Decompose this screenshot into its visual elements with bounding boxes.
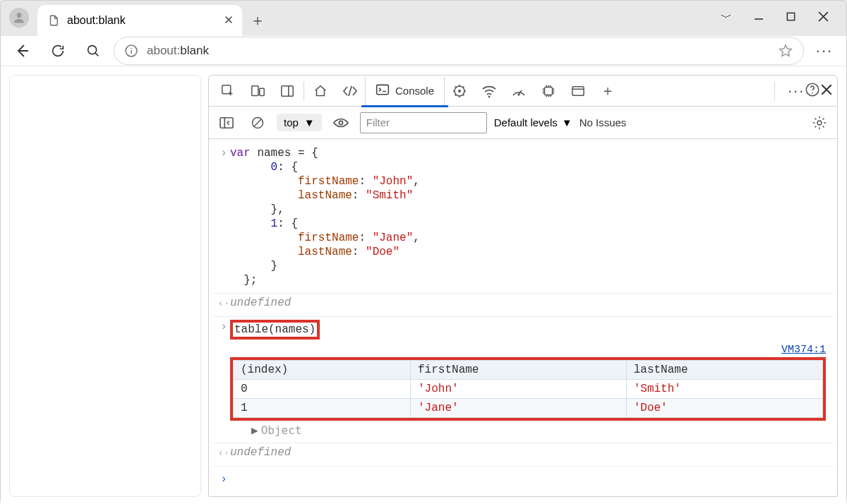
log-levels-selector[interactable]: Default levels ▼ [494,116,572,128]
console-input-line: › table(names) [213,318,833,341]
live-expression-button[interactable] [329,111,353,135]
prompt-icon: › [217,146,230,160]
plus-icon: ＋ [250,10,265,31]
inspect-element-button[interactable] [213,78,243,104]
console-tab[interactable]: Console [365,77,445,105]
chevron-down-icon[interactable]: ﹀ [721,11,732,25]
console-prompt[interactable]: › [213,468,833,491]
browser-toolbar: about:blank ··· [1,36,846,66]
svg-rect-1 [787,13,794,20]
new-tab-button[interactable]: ＋ [242,5,273,36]
table-row: 1 'Jane' 'Doe' [234,399,823,418]
elements-tab-icon[interactable] [335,78,365,104]
source-link[interactable]: VM374:1 [230,344,826,357]
svg-point-20 [339,121,342,124]
console-icon [376,83,390,98]
maximize-button[interactable] [786,11,796,25]
minimize-button[interactable] [753,11,764,25]
context-selector[interactable]: top ▼ [277,114,322,131]
console-toolbar: top ▼ Filter Default levels ▼ No Issues [209,107,837,139]
dock-side-button[interactable] [272,78,302,104]
console-command: table(names) [234,323,316,336]
prompt-icon: › [217,320,230,334]
table-header[interactable]: (index) [234,361,411,380]
svg-rect-18 [220,117,233,127]
svg-rect-6 [252,85,258,95]
svg-rect-7 [260,88,264,95]
svg-rect-9 [377,85,389,94]
welcome-tab-icon[interactable] [306,78,335,104]
svg-point-21 [817,121,822,125]
browser-menu-button[interactable]: ··· [810,36,839,66]
table-row: 0 'John' 'Smith' [234,380,823,399]
svg-point-17 [812,92,813,93]
sources-tab-icon[interactable] [445,78,474,104]
console-settings-button[interactable] [807,111,831,135]
memory-tab-icon[interactable] [534,78,563,104]
device-toolbar-button[interactable] [243,78,272,104]
favorite-icon[interactable] [778,43,793,59]
address-bar[interactable]: about:blank [114,37,804,65]
object-disclosure[interactable]: ▶Object [230,421,826,438]
application-tab-icon[interactable] [563,78,593,104]
clear-console-button[interactable] [246,111,270,135]
console-tab-label: Console [395,85,434,97]
devtools-help-button[interactable] [805,82,820,100]
reload-button[interactable] [43,36,73,66]
devtools-menu-button[interactable]: ··· [781,82,805,100]
svg-rect-15 [572,86,584,95]
console-table: (index) firstName lastName 0 'John' 'Smi… [233,360,823,418]
console-input-line: › var names = { 0: { firstName: "John", … [213,145,833,289]
svg-point-12 [488,95,491,97]
devtools-pane: Console ＋ ··· [208,75,838,497]
tab-title: about:blank [67,14,126,27]
page-viewport [9,75,201,497]
caret-down-icon: ▼ [562,116,572,128]
page-icon [47,14,60,27]
issues-link[interactable]: No Issues [579,116,627,128]
svg-rect-8 [282,85,294,96]
svg-rect-14 [545,87,553,95]
return-icon: ‹· [217,296,230,311]
table-header[interactable]: firstName [411,361,627,380]
triangle-right-icon: ▶ [251,424,258,437]
site-info-icon[interactable] [124,44,138,58]
url-text: about:blank [147,44,769,58]
close-tab-icon[interactable] [224,15,235,26]
table-header[interactable]: lastName [626,361,822,380]
context-label: top [284,116,299,128]
filter-placeholder: Filter [366,116,390,128]
devtools-close-button[interactable] [820,83,833,99]
devtools-tabstrip: Console ＋ ··· [209,76,837,107]
back-button[interactable] [8,36,37,66]
browser-tab[interactable]: about:blank [37,5,242,36]
profile-avatar[interactable] [1,1,37,35]
svg-point-4 [131,48,132,49]
levels-label: Default levels [494,116,558,128]
svg-point-11 [458,90,461,92]
plus-icon: ＋ [601,81,615,100]
svg-point-13 [517,93,519,95]
prompt-icon: › [217,472,230,486]
close-window-button[interactable] [817,11,829,25]
network-tab-icon[interactable] [474,78,504,104]
titlebar: about:blank ＋ ﹀ [1,1,846,36]
more-tabs-button[interactable]: ＋ [593,78,623,104]
return-icon: ‹· [217,446,230,460]
console-return-line: ‹· undefined [213,445,833,462]
console-return-line: ‹· undefined [213,295,833,312]
performance-tab-icon[interactable] [504,78,534,104]
filter-input[interactable]: Filter [360,112,487,133]
console-output: › var names = { 0: { firstName: "John", … [209,139,837,496]
caret-down-icon: ▼ [304,116,315,128]
svg-point-0 [17,13,22,18]
search-button[interactable] [78,36,108,66]
console-sidebar-toggle[interactable] [215,111,239,135]
